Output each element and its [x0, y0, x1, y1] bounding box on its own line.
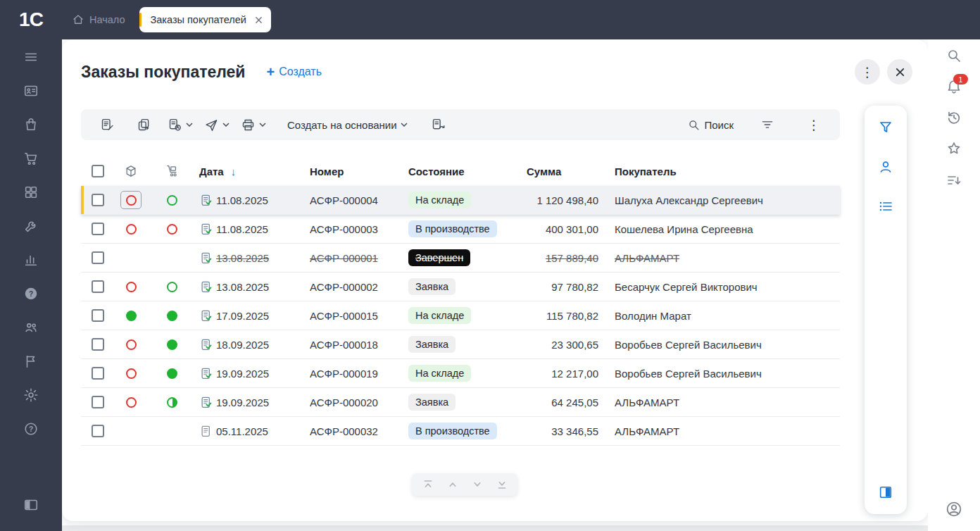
order-buyer: Володин Марат: [615, 310, 691, 322]
sidebar-item-money[interactable]: ?: [17, 286, 45, 301]
table-row[interactable]: 11.08.2025 АСФР-000003 В производстве 40…: [81, 215, 840, 244]
go-first-button[interactable]: [420, 477, 436, 492]
search-button[interactable]: Поиск: [684, 113, 737, 137]
right-rail: 1: [928, 39, 980, 531]
table-row[interactable]: 19.09.2025 АСФР-000019 На складе 12 217,…: [81, 359, 840, 388]
table-row[interactable]: 13.08.2025 АСФР-000001 Завершен 157 889,…: [81, 244, 840, 273]
panel-assignee-button[interactable]: [874, 156, 898, 177]
shipment-status-marker: [167, 311, 177, 321]
profile-button[interactable]: [940, 500, 968, 518]
column-header-status[interactable]: Состояние: [408, 156, 521, 186]
column-header-number[interactable]: Номер: [310, 156, 408, 186]
sidebar-item-contacts[interactable]: [17, 83, 45, 99]
card-more-button[interactable]: ⋮: [855, 59, 880, 85]
table-row[interactable]: 05.11.2025 АСФР-000032 В производстве 33…: [81, 417, 840, 446]
pagination: [412, 473, 517, 496]
sidebar-item-planning[interactable]: [17, 252, 45, 268]
toolbar-more-button[interactable]: ⋮: [798, 113, 830, 137]
order-sum: 33 346,55: [551, 425, 598, 437]
card-close-button[interactable]: [887, 59, 912, 85]
package-icon: [124, 164, 138, 178]
go-last-button[interactable]: [494, 477, 510, 492]
table-row[interactable]: 17.09.2025 АСФР-000015 На складе 115 780…: [81, 301, 840, 330]
create-based-button[interactable]: Создать на основании: [284, 113, 411, 137]
sidebar-item-help[interactable]: ?: [17, 421, 45, 437]
sidebar-collapse-button[interactable]: [17, 497, 45, 513]
status-badge: Заявка: [408, 336, 456, 353]
filter-button[interactable]: [751, 113, 784, 137]
sidebar-item-projects[interactable]: [17, 354, 45, 369]
order-buyer: Воробьев Сергей Васильевич: [615, 368, 762, 380]
order-date: 11.08.2025: [216, 194, 268, 206]
step-down-button[interactable]: [470, 477, 485, 492]
row-checkbox[interactable]: [92, 396, 104, 408]
sidebar-menu-button[interactable]: [17, 49, 45, 65]
sidebar-item-staff[interactable]: [17, 320, 45, 335]
row-checkbox[interactable]: [92, 194, 104, 206]
history-button[interactable]: [940, 108, 968, 127]
go-first-icon: [420, 477, 436, 492]
edit-document-button[interactable]: [91, 113, 123, 137]
sort-desc-icon: ↓: [231, 165, 237, 177]
search-label: Поиск: [704, 119, 734, 131]
create-button[interactable]: + Создать: [266, 65, 322, 79]
sidebar-item-purchases[interactable]: [17, 151, 45, 166]
list-icon: [877, 198, 894, 215]
orders-table-body: 11.08.2025 АСФР-000004 На складе 1 120 4…: [81, 186, 840, 446]
panel-filter-button[interactable]: [874, 117, 898, 138]
row-checkbox[interactable]: [92, 309, 104, 322]
column-header-buyer[interactable]: Покупатель: [600, 156, 840, 186]
table-row[interactable]: 19.09.2025 АСФР-000020 Заявка 64 245,05 …: [81, 388, 840, 417]
row-checkbox[interactable]: [92, 338, 104, 351]
print-icon: [241, 118, 256, 132]
row-checkbox[interactable]: [92, 367, 104, 380]
table-row[interactable]: 13.08.2025 АСФР-000002 Заявка 97 780,82 …: [81, 273, 840, 301]
global-search-button[interactable]: [940, 46, 968, 65]
order-date: 18.09.2025: [216, 339, 269, 351]
panel-list-button[interactable]: [874, 196, 898, 217]
table-row[interactable]: 11.08.2025 АСФР-000004 На складе 1 120 4…: [81, 186, 840, 215]
sidebar-item-modules[interactable]: [17, 185, 45, 200]
page-title: Заказы покупателей: [81, 63, 245, 82]
contacts-icon: [23, 83, 39, 99]
breadcrumb-home[interactable]: Начало: [72, 13, 125, 26]
order-number: АСФР-000002: [310, 281, 378, 293]
sort-panel-button[interactable]: [940, 170, 968, 189]
help-icon: ?: [23, 421, 39, 437]
panel-split-view-button[interactable]: [874, 482, 898, 503]
tab-customer-orders[interactable]: Заказы покупателей: [139, 7, 271, 32]
step-up-icon: [445, 477, 460, 492]
send-button[interactable]: [201, 113, 233, 137]
post-document-button[interactable]: [164, 113, 196, 137]
column-header-date[interactable]: Дата ↓: [196, 156, 310, 186]
order-number: АСФР-000019: [310, 368, 378, 380]
document-icon: [201, 396, 213, 408]
notifications-button[interactable]: 1: [940, 77, 968, 96]
print-button[interactable]: [237, 113, 270, 137]
shipment-status-marker: [167, 339, 177, 350]
document-icon: [201, 425, 213, 437]
bag-icon: [23, 117, 39, 132]
tab-close-icon[interactable]: [255, 16, 263, 24]
row-checkbox[interactable]: [92, 223, 104, 235]
step-up-button[interactable]: [445, 477, 460, 492]
table-row[interactable]: 18.09.2025 АСФР-000018 Заявка 23 300,65 …: [81, 330, 840, 359]
row-checkbox[interactable]: [92, 425, 104, 437]
payment-status-marker: [126, 195, 137, 206]
chevron-down-icon: [222, 123, 230, 127]
select-all-checkbox[interactable]: [92, 165, 104, 177]
copy-document-button[interactable]: [127, 113, 160, 137]
sync-document-button[interactable]: [422, 113, 455, 137]
sidebar-item-settings[interactable]: [17, 387, 45, 403]
order-sum: 1 120 498,40: [536, 194, 598, 206]
create-button-label: Создать: [279, 65, 322, 78]
column-header-sum[interactable]: Сумма: [521, 156, 600, 186]
row-checkbox[interactable]: [92, 280, 104, 293]
payment-status-marker: [126, 224, 137, 235]
favorites-button[interactable]: [940, 139, 968, 158]
row-checkbox[interactable]: [92, 251, 104, 264]
sidebar-item-production[interactable]: [17, 218, 45, 234]
order-date: 13.08.2025: [216, 252, 269, 264]
sidebar-item-sales[interactable]: [17, 117, 45, 132]
step-down-icon: [470, 477, 485, 492]
